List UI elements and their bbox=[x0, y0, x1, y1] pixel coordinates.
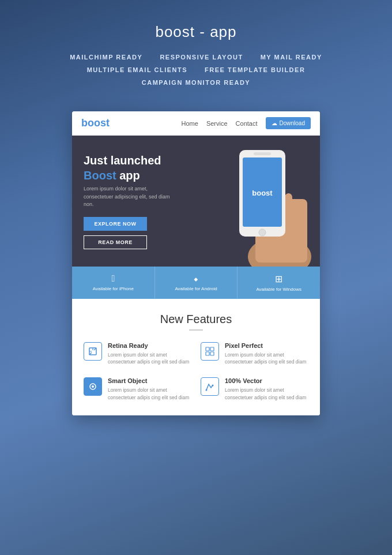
android-icon: ⬥ bbox=[193, 273, 199, 284]
vector-desc: Lorem ipsum dolor sit amet consectetuer … bbox=[225, 387, 308, 402]
cloud-icon: ☁ bbox=[272, 120, 277, 126]
tag-email-clients: MULTIPLE EMAIL CLIENTS bbox=[87, 65, 187, 74]
svg-rect-18 bbox=[210, 352, 214, 355]
smart-text: Smart Object Lorem ipsum dolor sit amet … bbox=[108, 377, 191, 402]
svg-rect-17 bbox=[206, 352, 209, 355]
svg-point-20 bbox=[92, 385, 94, 388]
svg-point-21 bbox=[206, 389, 208, 391]
feature-smart: Smart Object Lorem ipsum dolor sit amet … bbox=[84, 377, 191, 402]
nav-service[interactable]: Service bbox=[206, 120, 228, 127]
platform-windows: ⊞ Available for Windows bbox=[238, 267, 320, 299]
vector-icon-box bbox=[201, 377, 219, 396]
feature-vector: 100% Vector Lorem ipsum dolor sit amet c… bbox=[201, 377, 308, 402]
tag-row-2: MULTIPLE EMAIL CLIENTS FREE TEMPLATE BUI… bbox=[12, 65, 380, 74]
smart-icon bbox=[88, 382, 97, 391]
explore-now-button[interactable]: EXPLORE NOW bbox=[84, 217, 147, 231]
hero-subtitle: Lorem ipsum dolor sit amet, consectetuer… bbox=[84, 185, 176, 209]
hero-line1: Just launched bbox=[84, 154, 161, 167]
retina-title: Retina Ready bbox=[108, 342, 191, 349]
tag-row-3: CAMPAIGN MONITOR READY bbox=[12, 78, 380, 87]
pixel-icon bbox=[205, 347, 214, 356]
features-grid: Retina Ready Lorem ipsum dolor sit amet … bbox=[84, 342, 308, 402]
pixel-title: Pixel Perfect bbox=[225, 342, 308, 349]
vector-icon bbox=[205, 382, 214, 391]
nav-home[interactable]: Home bbox=[182, 120, 198, 127]
tag-mailchimp: MAILCHIMP READY bbox=[70, 52, 142, 62]
tag-free-template: FREE TEMPLATE BUILDER bbox=[205, 65, 305, 74]
platform-bar:  Available for iPhone ⬥ Available for A… bbox=[72, 267, 320, 299]
feature-retina: Retina Ready Lorem ipsum dolor sit amet … bbox=[84, 342, 191, 366]
svg-rect-16 bbox=[210, 347, 214, 351]
header-section: boost - app MAILCHIMP READY RESPONSIVE L… bbox=[0, 0, 392, 102]
windows-icon: ⊞ bbox=[275, 273, 282, 284]
svg-rect-15 bbox=[206, 347, 209, 351]
pixel-icon-box bbox=[201, 342, 219, 361]
retina-text: Retina Ready Lorem ipsum dolor sit amet … bbox=[108, 342, 191, 366]
pixel-text: Pixel Perfect Lorem ipsum dolor sit amet… bbox=[225, 342, 308, 366]
hero-content: Just launched Boost app Lorem ipsum dolo… bbox=[84, 153, 308, 249]
vector-text: 100% Vector Lorem ipsum dolor sit amet c… bbox=[225, 377, 308, 402]
platform-iphone:  Available for iPhone bbox=[72, 267, 155, 299]
apple-icon:  bbox=[111, 273, 115, 284]
app-title: boost - app bbox=[12, 23, 380, 41]
features-divider bbox=[189, 329, 203, 331]
smart-title: Smart Object bbox=[108, 377, 191, 384]
nav-contact[interactable]: Contact bbox=[236, 120, 258, 127]
features-title: New Features bbox=[84, 313, 308, 326]
hero-line2-blue: Boost bbox=[84, 169, 116, 182]
hero-title: Just launched Boost app bbox=[84, 153, 308, 183]
tag-responsive: RESPONSIVE LAYOUT bbox=[160, 52, 243, 62]
retina-desc: Lorem ipsum dolor sit amet consectetuer … bbox=[108, 351, 191, 366]
nav-download-label: Download bbox=[280, 120, 305, 126]
platform-android-label: Available for Android bbox=[175, 286, 217, 291]
feature-pixel: Pixel Perfect Lorem ipsum dolor sit amet… bbox=[201, 342, 308, 366]
hero-line2-rest: app bbox=[116, 169, 140, 182]
svg-point-22 bbox=[212, 385, 214, 387]
pixel-desc: Lorem ipsum dolor sit amet consectetuer … bbox=[225, 351, 308, 366]
nav-bar: boost Home Service Contact ☁ Download bbox=[72, 111, 320, 136]
tag-campaign: CAMPAIGN MONITOR READY bbox=[142, 78, 250, 87]
nav-download-button[interactable]: ☁ Download bbox=[266, 117, 311, 129]
smart-icon-box bbox=[84, 377, 102, 396]
read-more-button[interactable]: READ MORE bbox=[84, 235, 147, 249]
vector-title: 100% Vector bbox=[225, 377, 308, 384]
smart-desc: Lorem ipsum dolor sit amet consectetuer … bbox=[108, 387, 191, 402]
preview-card: boost Home Service Contact ☁ Download Ju… bbox=[72, 111, 320, 415]
features-section: New Features Retina Ready Lorem ipsum do bbox=[72, 299, 320, 415]
tag-mymail: MY MAIL READY bbox=[261, 52, 322, 62]
platform-android: ⬥ Available for Android bbox=[155, 267, 238, 299]
nav-brand: boost bbox=[81, 117, 110, 129]
hero-section: Just launched Boost app Lorem ipsum dolo… bbox=[72, 136, 320, 267]
platform-windows-label: Available for Windows bbox=[256, 287, 301, 292]
retina-icon bbox=[88, 347, 97, 356]
platform-iphone-label: Available for iPhone bbox=[93, 286, 134, 291]
tag-row: MAILCHIMP READY RESPONSIVE LAYOUT MY MAI… bbox=[12, 52, 380, 62]
retina-icon-box bbox=[84, 342, 102, 361]
nav-links: Home Service Contact ☁ Download bbox=[182, 117, 311, 129]
